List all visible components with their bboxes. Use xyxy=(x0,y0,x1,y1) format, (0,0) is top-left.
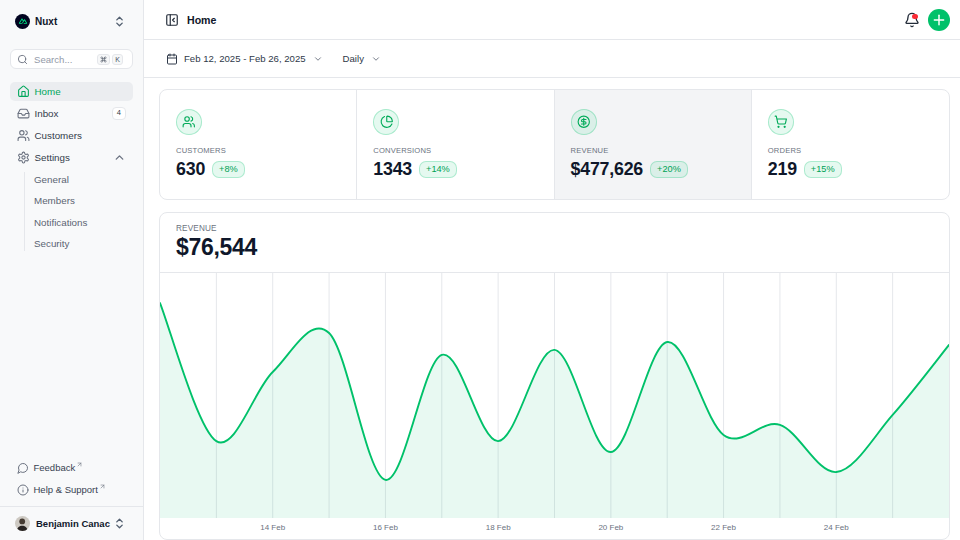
sidebar-item-label: Home xyxy=(35,86,127,97)
page-content: CUSTOMERS 630 +8% CONVERSIONS 1343 +14% xyxy=(144,78,960,540)
stat-value-row: 630 +8% xyxy=(176,159,340,180)
collapse-sidebar-button[interactable] xyxy=(160,8,184,32)
main-panel: Home Feb 12, 2 xyxy=(144,0,960,540)
sidebar-item-customers[interactable]: Customers xyxy=(10,126,133,145)
chevrons-up-down-icon xyxy=(113,15,126,28)
stat-value-row: $477,626 +20% xyxy=(571,159,735,180)
stat-value: 630 xyxy=(176,159,205,180)
granularity-select[interactable]: Daily xyxy=(337,49,387,68)
header-actions xyxy=(900,8,950,32)
stat-card-orders[interactable]: ORDERS 219 +15% xyxy=(752,90,949,199)
x-tick-label: 20 Feb xyxy=(598,523,623,532)
stat-value-row: 219 +15% xyxy=(768,159,933,180)
users-icon xyxy=(176,109,202,135)
inbox-icon xyxy=(17,107,30,120)
gear-icon xyxy=(17,151,30,164)
message-circle-icon xyxy=(17,462,29,474)
chart-plot-area[interactable] xyxy=(160,273,949,518)
add-button[interactable] xyxy=(928,9,950,31)
filters-toolbar: Feb 12, 2025 - Feb 26, 2025 Daily xyxy=(144,40,960,78)
chart-title: REVENUE xyxy=(176,224,933,233)
sidebar-nav: Home Inbox 4 Customers Settings xyxy=(10,82,133,256)
search-icon xyxy=(17,54,28,65)
delta-badge: +15% xyxy=(804,161,842,178)
sidebar-item-feedback[interactable]: Feedback xyxy=(10,458,133,477)
chevron-down-icon xyxy=(371,54,381,64)
sidebar-item-settings[interactable]: Settings xyxy=(10,148,133,167)
delta-badge: +14% xyxy=(419,161,457,178)
circle-dollar-icon xyxy=(571,109,597,135)
stat-value-row: 1343 +14% xyxy=(373,159,537,180)
sidebar-subitem-label: Members xyxy=(34,195,75,206)
sidebar-item-notifications[interactable]: Notifications xyxy=(34,213,133,232)
inbox-count-badge: 4 xyxy=(112,107,126,119)
notifications-button[interactable] xyxy=(900,8,924,32)
sidebar-subitem-label: Security xyxy=(34,238,69,249)
chevrons-up-down-icon xyxy=(113,517,126,530)
search-input[interactable]: Search... K xyxy=(10,49,133,69)
area-chart xyxy=(160,273,949,518)
chart-current-value: $76,544 xyxy=(176,234,933,261)
footer-item-label: Feedback xyxy=(34,462,76,473)
stats-row: CUSTOMERS 630 +8% CONVERSIONS 1343 +14% xyxy=(159,89,950,200)
delta-badge: +8% xyxy=(212,161,245,178)
avatar xyxy=(15,516,30,531)
workspace-menu[interactable]: Nuxt xyxy=(10,0,133,42)
user-name: Benjamin Canac xyxy=(36,518,113,529)
notification-dot xyxy=(912,14,918,20)
stat-card-revenue[interactable]: REVENUE $477,626 +20% xyxy=(555,90,752,199)
sidebar-subitem-label: Notifications xyxy=(34,217,87,228)
x-tick-label: 24 Feb xyxy=(824,523,849,532)
chart-x-axis: 14 Feb16 Feb18 Feb20 Feb22 Feb24 Feb xyxy=(160,518,949,539)
date-range-value: Feb 12, 2025 - Feb 26, 2025 xyxy=(184,53,306,64)
calendar-icon xyxy=(166,53,178,65)
stat-value: $477,626 xyxy=(571,159,644,180)
chart-pie-icon xyxy=(373,109,399,135)
stat-label: CONVERSIONS xyxy=(373,146,537,155)
delta-badge: +20% xyxy=(650,161,688,178)
nuxt-logo-icon xyxy=(15,14,30,29)
footer-item-label: Help & Support xyxy=(34,484,98,495)
stat-card-customers[interactable]: CUSTOMERS 630 +8% xyxy=(160,90,357,199)
sidebar-item-label: Customers xyxy=(35,130,127,141)
settings-sub-list: General Members Notifications Security xyxy=(10,170,133,253)
kbd-k: K xyxy=(112,54,123,65)
sidebar-subitem-label: General xyxy=(34,174,69,185)
stat-value: 219 xyxy=(768,159,797,180)
x-tick-label: 14 Feb xyxy=(260,523,285,532)
sidebar-item-help-support[interactable]: Help & Support xyxy=(10,480,133,499)
x-tick-label: 18 Feb xyxy=(486,523,511,532)
sidebar-spacer xyxy=(10,256,133,458)
x-tick-label: 16 Feb xyxy=(373,523,398,532)
sidebar-item-general[interactable]: General xyxy=(34,170,133,189)
revenue-chart-card: REVENUE $76,544 14 Feb16 Feb18 Feb20 Feb… xyxy=(159,212,950,540)
users-icon xyxy=(17,129,30,142)
sidebar-item-label: Settings xyxy=(35,152,114,163)
plus-icon xyxy=(931,12,947,28)
panel-left-close-icon xyxy=(165,13,179,27)
arrow-up-right-icon xyxy=(76,461,83,468)
x-tick-label: 22 Feb xyxy=(711,523,736,532)
sidebar-item-members[interactable]: Members xyxy=(34,192,133,211)
stat-card-conversions[interactable]: CONVERSIONS 1343 +14% xyxy=(357,90,554,199)
arrow-up-right-icon xyxy=(99,483,106,490)
stat-label: REVENUE xyxy=(571,146,735,155)
chevron-down-icon xyxy=(313,54,323,64)
date-range-picker[interactable]: Feb 12, 2025 - Feb 26, 2025 xyxy=(160,49,329,69)
app-shell: Nuxt Search... K Home xyxy=(0,0,960,540)
sidebar-item-home[interactable]: Home xyxy=(10,82,133,101)
sidebar: Nuxt Search... K Home xyxy=(0,0,144,540)
chart-header: REVENUE $76,544 xyxy=(160,213,949,272)
user-menu[interactable]: Benjamin Canac xyxy=(0,506,143,540)
chevron-up-icon xyxy=(113,151,126,164)
shopping-cart-icon xyxy=(768,109,794,135)
page-header: Home xyxy=(144,0,960,40)
stat-label: CUSTOMERS xyxy=(176,146,340,155)
sidebar-item-inbox[interactable]: Inbox 4 xyxy=(10,104,133,123)
house-icon xyxy=(17,85,30,98)
sidebar-item-label: Inbox xyxy=(35,108,112,119)
search-placeholder: Search... xyxy=(34,54,95,65)
stat-label: ORDERS xyxy=(768,146,933,155)
sidebar-item-security[interactable]: Security xyxy=(34,235,133,254)
kbd-command xyxy=(97,54,110,65)
